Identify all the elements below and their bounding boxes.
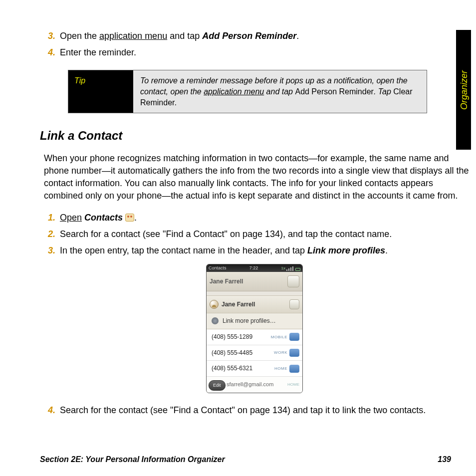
tip-box: Tip To remove a reminder message before … <box>68 70 427 113</box>
link-step-4: 4. Search for the contact (see "Find a C… <box>51 404 469 417</box>
sms-icon[interactable] <box>289 349 299 357</box>
phone-number-row[interactable]: (408) 555-6321 HOME <box>207 361 302 377</box>
phone-photo-placeholder[interactable] <box>287 275 299 287</box>
link-step-2: 2. Search for a contact (see "Find a Con… <box>51 228 469 240</box>
sms-icon[interactable] <box>289 365 299 373</box>
phone-email-row[interactable]: Edit sfarrell@gmail.com HOME <box>207 377 302 392</box>
step-number: 3. <box>48 30 55 42</box>
step-number: 1. <box>48 212 55 224</box>
link-steps-cont: 4. Search for the contact (see "Find a C… <box>40 404 469 417</box>
phone-app-name: Contacts <box>209 265 227 271</box>
application-menu-link[interactable]: application menu <box>99 31 167 41</box>
phone-profile-row[interactable]: Jane Farrell <box>207 295 302 313</box>
step-number: 3. <box>48 244 55 257</box>
phone-status-bar: Contacts 7:22 1x <box>207 264 302 272</box>
phone-number: (408) 555-1289 <box>212 333 269 341</box>
step-text: Open Contacts . <box>60 213 137 223</box>
sms-icon[interactable] <box>289 333 299 341</box>
step-text: Open the application menu and tap Add Pe… <box>60 31 299 41</box>
phone-screenshot: Contacts 7:22 1x Jane Farrell Jane Farre… <box>206 264 303 393</box>
step-3: 3. Open the application menu and tap Add… <box>51 30 469 42</box>
link-step-3: 3. In the open entry, tap the contact na… <box>51 244 469 257</box>
phone-type: MOBILE <box>271 334 287 340</box>
footer-page: 139 <box>438 454 451 465</box>
link-icon <box>212 317 219 324</box>
step-text: In the open entry, tap the contact name … <box>60 245 388 255</box>
step-text: Search for a contact (see "Find a Contac… <box>60 229 392 239</box>
phone-profile-name: Jane Farrell <box>222 300 286 309</box>
avatar-icon <box>210 300 219 309</box>
tip-body: To remove a reminder message before it p… <box>133 70 427 113</box>
step-4: 4. Enter the reminder. <box>51 46 469 59</box>
phone-contact-name: Jane Farrell <box>210 277 243 286</box>
phone-type: WORK <box>274 350 287 355</box>
page-footer: Section 2E: Your Personal Information Or… <box>40 454 451 465</box>
phone-time: 7:22 <box>249 265 258 271</box>
phone-number-row[interactable]: (408) 555-4485 WORK <box>207 345 302 361</box>
edit-button[interactable]: Edit <box>209 380 226 391</box>
step-number: 4. <box>48 404 55 417</box>
phone-email-type: HOME <box>287 382 299 387</box>
application-menu-link[interactable]: application menu <box>204 87 264 96</box>
battery-icon <box>295 268 300 271</box>
tip-label: Tip <box>68 70 133 113</box>
step-number: 2. <box>48 228 55 240</box>
step-number: 4. <box>48 46 55 59</box>
link-more-profiles-row[interactable]: Link more profiles… <box>207 313 302 329</box>
phone-contact-header[interactable]: Jane Farrell <box>207 272 302 291</box>
contacts-icon <box>125 214 134 222</box>
open-link[interactable]: Open <box>60 213 82 223</box>
section-paragraph: When your phone recognizes matching info… <box>44 152 469 203</box>
step-text: Enter the reminder. <box>60 47 136 57</box>
section-heading: Link a Contact <box>40 127 469 144</box>
phone-type: HOME <box>274 366 287 371</box>
phone-number: (408) 555-6321 <box>212 364 272 373</box>
link-steps: 1. Open Contacts . 2. Search for a conta… <box>40 212 469 257</box>
signal-icon: 1x <box>281 265 300 271</box>
footer-section: Section 2E: Your Personal Information Or… <box>40 454 225 465</box>
continued-steps: 3. Open the application menu and tap Add… <box>40 30 469 59</box>
link-step-1: 1. Open Contacts . <box>51 212 469 224</box>
step-text: Search for the contact (see "Find a Cont… <box>60 405 426 415</box>
phone-photo-placeholder <box>289 299 299 309</box>
phone-number: (408) 555-4485 <box>212 349 272 357</box>
phone-email: sfarrell@gmail.com <box>227 381 273 388</box>
phone-number-row[interactable]: (408) 555-1289 MOBILE <box>207 329 302 345</box>
link-more-label: Link more profiles… <box>223 317 276 325</box>
